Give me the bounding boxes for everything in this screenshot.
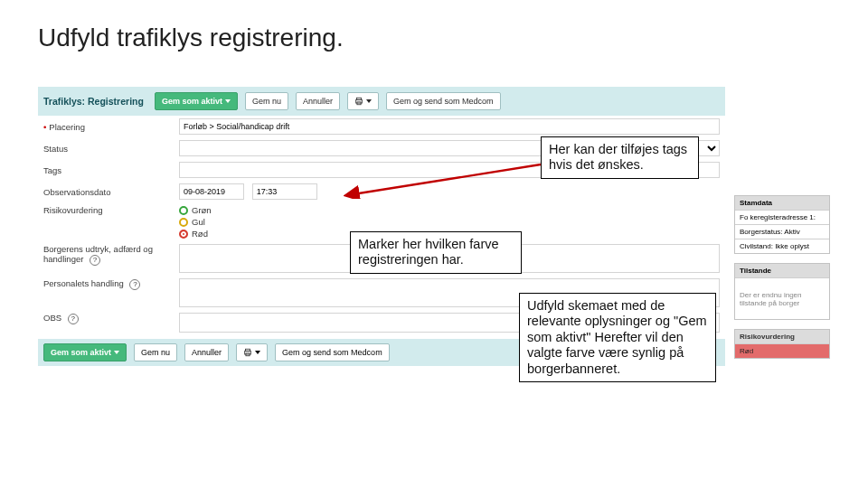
label-status: Status: [43, 144, 179, 154]
panel-stamdata: Stamdata Fo keregisteradresse 1: Borgers…: [734, 195, 830, 254]
help-icon[interactable]: ?: [129, 279, 140, 290]
panel-risk: Risikovurdering Rød: [734, 329, 830, 359]
placering-input[interactable]: [179, 118, 720, 135]
printer-icon: [354, 97, 363, 106]
save-active-button-bottom[interactable]: Gem som aktivt: [43, 343, 127, 361]
label-staff-action: Personalets handling ?: [43, 278, 179, 290]
help-icon[interactable]: ?: [90, 255, 100, 266]
stamdata-citizen-status: Borgerstatus: Aktiv: [735, 224, 829, 239]
help-icon[interactable]: ?: [68, 314, 79, 324]
chevron-down-icon: [225, 99, 231, 103]
risk-value: Rød: [735, 343, 829, 358]
label-risk: Risikovurdering: [43, 205, 179, 215]
panel-title-risk: Risikovurdering: [735, 330, 829, 343]
page-title: Udfyld trafiklys registrering.: [38, 23, 344, 52]
radio-green[interactable]: Grøn: [179, 205, 720, 215]
row-placering: •Placering: [38, 116, 725, 137]
radio-icon-yellow: [179, 218, 188, 227]
chevron-down-icon: [255, 351, 260, 354]
save-active-label: Gem som aktivt: [162, 97, 222, 106]
label-obs-date: Observationsdato: [43, 187, 179, 197]
save-active-button[interactable]: Gem som aktivt: [155, 92, 238, 110]
save-now-button-bottom[interactable]: Gem nu: [134, 343, 177, 361]
radio-icon-green: [179, 206, 188, 215]
save-send-medcom-button-bottom[interactable]: Gem og send som Medcom: [275, 343, 390, 361]
panel-title-states: Tilstande: [735, 264, 829, 277]
top-toolbar: Trafiklys: Registrering Gem som aktivt G…: [38, 87, 725, 116]
obs-date-input[interactable]: [179, 183, 244, 200]
chevron-down-icon: [366, 99, 372, 103]
label-tags: Tags: [43, 165, 179, 175]
stamdata-civil: Civilstand: Ikke oplyst: [735, 239, 829, 253]
cancel-button[interactable]: Annuller: [296, 92, 340, 110]
stage: Trafiklys: Registrering Gem som aktivt G…: [38, 87, 830, 462]
save-send-medcom-button[interactable]: Gem og send som Medcom: [386, 92, 501, 110]
label-placering: •Placering: [43, 122, 179, 132]
print-button[interactable]: [347, 92, 379, 110]
row-obs-date: Observationsdato: [38, 181, 725, 202]
radio-icon-red: [179, 230, 188, 239]
sidebar: Stamdata Fo keregisteradresse 1: Borgers…: [734, 195, 830, 359]
chevron-down-icon: [114, 351, 119, 354]
callout-marker: Marker her hvilken farve registreringen …: [350, 231, 522, 274]
printer-icon: [243, 348, 252, 357]
radio-yellow[interactable]: Gul: [179, 217, 720, 227]
cancel-button-bottom[interactable]: Annuller: [184, 343, 229, 361]
callout-tags: Her kan der tilføjes tags hvis det ønske…: [541, 136, 699, 179]
label-obs: OBS ?: [43, 313, 179, 324]
stamdata-address: Fo keregisteradresse 1:: [735, 210, 829, 224]
obs-time-input[interactable]: [252, 183, 317, 200]
print-button-bottom[interactable]: [236, 343, 268, 361]
save-now-button[interactable]: Gem nu: [245, 92, 288, 110]
callout-schema: Udfyld skemaet med de relevante oplysnin…: [519, 293, 716, 382]
panel-title-stamdata: Stamdata: [735, 196, 829, 210]
section-title: Trafiklys: Registrering: [43, 96, 144, 107]
states-empty-text: Der er endnu ingen tilstande på borger: [735, 277, 829, 319]
panel-states: Tilstande Der er endnu ingen tilstande p…: [734, 263, 830, 320]
label-citizen-expression: Borgerens udtryk, adfærd og handlinger ?: [43, 244, 179, 266]
